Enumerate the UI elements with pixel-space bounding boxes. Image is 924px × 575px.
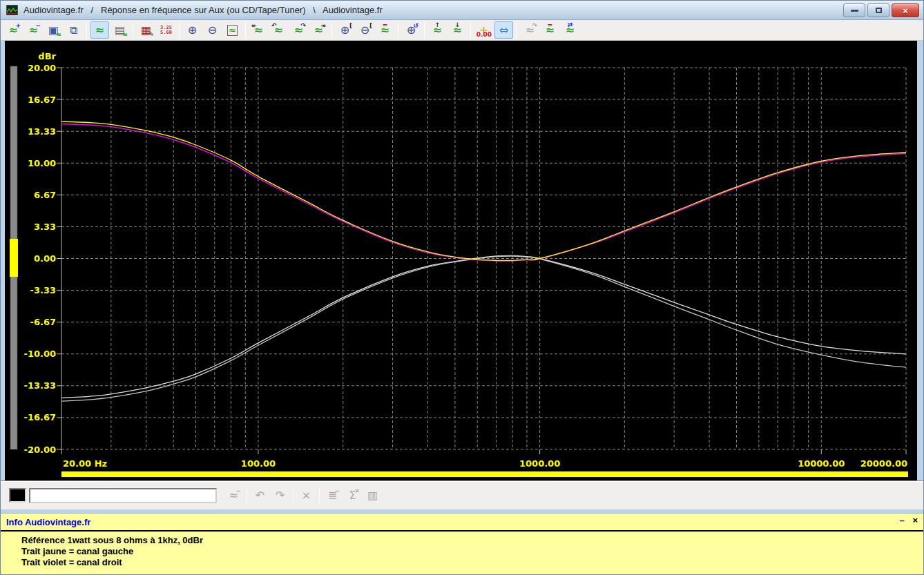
- autoscale-button[interactable]: ⇔: [494, 21, 513, 39]
- toolbar-separator: [470, 23, 471, 38]
- scroll-first-button[interactable]: ≈↞: [249, 21, 268, 39]
- toolbar-separator: [86, 23, 87, 38]
- scroll-next-badge: ↷: [300, 23, 306, 29]
- delete-selection-button: ×: [297, 487, 316, 504]
- smooth-curve-badge: ↷: [532, 23, 537, 29]
- shift-down-badge: ↓: [455, 22, 461, 28]
- toolbar-separator: [179, 23, 180, 38]
- cursor-toolbar: ≈−↶↷×≣−Σ×▥: [1, 480, 923, 509]
- y-tick-label: 16.67: [28, 95, 56, 105]
- y-tick-label: -13.33: [23, 380, 56, 391]
- zoom-out-icon: ⊖: [208, 25, 217, 36]
- info-line: Trait jaune = canal gauche: [6, 546, 918, 557]
- x-position-bar[interactable]: [61, 471, 908, 477]
- delete-curve-badge: −: [35, 23, 41, 29]
- toolbar-separator: [247, 488, 247, 503]
- minimize-icon: [851, 10, 858, 12]
- cursor-readout-input[interactable]: [29, 488, 217, 503]
- main-toolbar: ≈+≈−▣≈⧉≈▤≈▦✎3.25 5.60⊕⊖≈≈↞≈↶≈↷≈↠⊕[⊖[≈=⊕↺…: [1, 20, 923, 41]
- scroll-prev-badge: ↶: [271, 23, 277, 29]
- edit-values-button[interactable]: ▦✎: [137, 21, 155, 39]
- zoom-out-button[interactable]: ⊖: [203, 21, 222, 39]
- scroll-next-button[interactable]: ≈↷: [289, 21, 308, 39]
- info-panel: Info Audiovintage.fr – × Référence 1watt…: [1, 513, 923, 574]
- tolerance-band-badge: =: [548, 22, 553, 28]
- save-curve-button[interactable]: ▣≈: [44, 21, 63, 39]
- close-icon: ×: [903, 6, 908, 15]
- color-swatch[interactable]: [9, 488, 26, 503]
- expand-x-badge: [: [349, 23, 352, 29]
- print-curves-badge: ≈: [122, 32, 128, 38]
- list-values-button: ≣−: [323, 487, 342, 504]
- info-line: Référence 1watt sous 8 ohms à 1khz, 0dBr: [6, 535, 918, 546]
- y-tick-label: -20.00: [23, 445, 56, 455]
- x-tick-label: 100.00: [241, 458, 276, 469]
- expand-x-icon: ⊕: [340, 25, 349, 36]
- toolbar-separator: [133, 23, 133, 38]
- statistics-button: Σ×: [343, 487, 362, 504]
- toolbar-separator: [319, 488, 320, 503]
- expand-x-button[interactable]: ⊕[: [336, 21, 354, 39]
- y-tick-label: 0.00: [34, 253, 56, 264]
- smooth-curve-button: ≈↷: [521, 21, 539, 39]
- compress-x-button[interactable]: ⊖[: [356, 21, 374, 39]
- scroll-prev-button[interactable]: ≈↶: [269, 21, 288, 39]
- scroll-first-badge: ↞: [251, 23, 257, 29]
- window-title: Audiovintage.fr / Réponse en fréquence s…: [23, 5, 383, 15]
- fit-curve-button[interactable]: ≈: [223, 21, 242, 39]
- maximize-button[interactable]: [867, 3, 889, 17]
- y-tick-label: 10.00: [28, 158, 56, 168]
- y-tick-label: 20.00: [28, 63, 56, 73]
- scroll-last-badge: ↠: [320, 23, 326, 29]
- add-curve-button[interactable]: ≈+: [4, 21, 23, 39]
- toolbar-separator: [331, 23, 332, 38]
- shift-up-button[interactable]: ≈↑: [428, 21, 447, 39]
- subtract-curve-badge: −: [235, 488, 241, 494]
- limit-lines-button[interactable]: ≈=: [376, 21, 394, 39]
- y-tick-label: -3.33: [30, 285, 56, 295]
- zoom-reset-badge: ↺: [413, 23, 418, 29]
- grid: 20.0016.6713.3310.006.673.330.00-3.33-6.…: [23, 63, 907, 469]
- scroll-last-button[interactable]: ≈↠: [309, 21, 328, 39]
- copy-curve-icon: ⧉: [70, 25, 77, 36]
- limit-lines-badge: =: [383, 22, 388, 28]
- tolerance-band-button[interactable]: ≈=: [541, 21, 559, 39]
- value-list-icon: 3.25 5.60: [160, 26, 172, 35]
- distribution-button: ▥: [363, 487, 382, 504]
- level-bar-indicator[interactable]: [10, 239, 18, 277]
- info-minimize-icon[interactable]: –: [900, 515, 905, 525]
- y-tick-label: -10.00: [23, 349, 56, 359]
- copy-curve-button[interactable]: ⧉: [64, 21, 83, 39]
- set-zero-reference-button[interactable]: +0.00: [474, 21, 493, 39]
- compress-x-icon: ⊖: [360, 25, 369, 36]
- toolbar-separator: [293, 488, 293, 503]
- info-close-icon[interactable]: ×: [912, 515, 918, 525]
- autoscale-icon: ⇔: [499, 25, 508, 36]
- delete-curve-button[interactable]: ≈−: [24, 21, 43, 39]
- edit-values-badge: ✎: [148, 32, 154, 38]
- list-values-badge: −: [334, 488, 340, 494]
- redo-icon: ↷: [276, 490, 285, 501]
- level-bar: [10, 66, 18, 449]
- x-tick-label: 10000.00: [798, 458, 845, 469]
- shift-down-button[interactable]: ≈↓: [448, 21, 467, 39]
- zoom-in-button[interactable]: ⊕: [183, 21, 202, 39]
- minimize-button[interactable]: [843, 3, 865, 17]
- offset-cursor-button[interactable]: ≈⇄: [561, 21, 579, 39]
- value-list-button[interactable]: 3.25 5.60: [157, 21, 175, 39]
- x-tick-label: 20000.00: [860, 458, 907, 469]
- y-tick-label: -16.67: [23, 412, 56, 422]
- print-curves-button[interactable]: ▤≈: [110, 21, 129, 39]
- toolbar-separator: [424, 23, 425, 38]
- trace-3: [61, 256, 906, 401]
- show-curves-button[interactable]: ≈: [90, 21, 109, 39]
- close-button[interactable]: ×: [892, 3, 919, 17]
- frequency-response-chart: 20.0016.6713.3310.006.673.330.00-3.33-6.…: [1, 41, 924, 480]
- statistics-badge: ×: [354, 488, 360, 494]
- fit-curve-icon: ≈: [227, 25, 238, 36]
- redo-button: ↷: [271, 487, 289, 504]
- chart-area: 20.0016.6713.3310.006.673.330.00-3.33-6.…: [1, 41, 923, 480]
- zoom-reset-button[interactable]: ⊕↺: [402, 21, 421, 39]
- show-curves-icon: ≈: [95, 25, 104, 36]
- maximize-icon: [876, 8, 882, 13]
